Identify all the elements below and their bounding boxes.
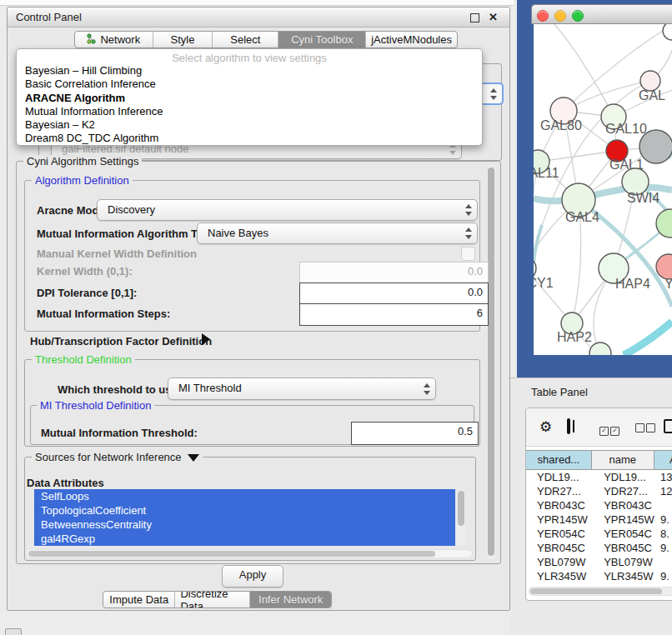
mac-minimize-icon[interactable] — [554, 10, 566, 22]
table-cell: YBL079W — [593, 555, 657, 569]
algorithm-option[interactable]: Bayesian – Hill Climbing — [17, 64, 482, 78]
node-label: Y — [664, 277, 672, 291]
expand-right-icon[interactable] — [202, 333, 210, 345]
column-header[interactable]: A — [654, 451, 672, 469]
algorithm-option[interactable]: Basic Correlation Inference — [17, 78, 482, 91]
tab-cyni-toolbox[interactable]: Cyni Toolbox — [278, 32, 366, 48]
mi-threshold-title: MI Threshold Definition — [37, 399, 154, 412]
apply-button[interactable]: Apply — [222, 565, 283, 588]
table-cell: YBR045C — [593, 541, 657, 555]
table-row[interactable]: YER054CYER054C8. — [526, 527, 672, 541]
columns-icon[interactable] — [567, 418, 570, 434]
table-cell: 8. — [657, 527, 672, 541]
table-hscrollbar[interactable] — [529, 587, 672, 596]
table-cell: YLR345W — [593, 569, 657, 583]
hub-section-label[interactable]: Hub/Transcription Factor Definition — [30, 335, 212, 348]
mi-type-value: Naive Bayes — [208, 227, 268, 239]
table-row[interactable]: YPR145WYPR145W9. — [526, 512, 672, 527]
kernel-width-field: 0.0 — [299, 262, 489, 284]
attributes-vscrollbar[interactable] — [457, 489, 465, 546]
mi-threshold-field[interactable]: 0.5 — [351, 422, 479, 445]
top-strip — [0, 0, 514, 6]
tab-style[interactable]: Style — [153, 32, 213, 48]
table-cell: YPR145W — [593, 512, 657, 527]
network-node[interactable] — [589, 342, 611, 355]
gear-icon[interactable]: ⚙ — [539, 420, 552, 434]
file-icon[interactable] — [664, 419, 672, 433]
which-threshold-value: MI Threshold — [178, 382, 242, 394]
table-row[interactable]: YBR045CYBR045C9. — [526, 541, 672, 555]
table-cell: YER054C — [526, 527, 593, 541]
dpi-tolerance-field[interactable]: 0.0 — [299, 282, 489, 305]
network-node[interactable] — [663, 24, 672, 40]
table-row[interactable]: YBR043CYBR043C — [526, 498, 672, 512]
collapsed-panel-icon[interactable] — [5, 628, 22, 635]
algorithm-option[interactable]: Bayesian – K2 — [17, 118, 482, 132]
tab-network[interactable]: Network — [75, 32, 153, 48]
algorithm-popup-list: Bayesian – Hill ClimbingBasic Correlatio… — [17, 64, 482, 146]
algorithm-option[interactable]: Dream8 DC_TDC Algorithm — [17, 132, 482, 145]
table-row[interactable]: YLR345WYLR345W9. — [526, 569, 672, 583]
node-table: shared...nameA YDL19...YDL19...13YDR27..… — [526, 450, 672, 592]
table-cell: YBR045C — [526, 541, 593, 555]
algorithm-popup-prompt: Select algorithm to view settings — [17, 49, 482, 64]
data-attributes-list: SelfLoopsTopologicalCoefficientBetweenne… — [34, 489, 455, 546]
algorithm-option[interactable]: Mutual Information Inference — [17, 105, 482, 118]
table-cell: YER054C — [593, 527, 657, 541]
tab-impute-data[interactable]: Impute Data — [103, 592, 175, 608]
algorithm-option[interactable]: ARACNE Algorithm — [17, 92, 482, 105]
mi-type-combobox[interactable]: Naive Bayes — [197, 222, 478, 244]
table-row[interactable]: YBL079WYBL079W — [526, 555, 672, 569]
kernel-width-label: Kernel Width (0,1): — [37, 265, 133, 278]
control-panel-titlebar: Control Panel ✕ — [8, 8, 509, 28]
column-header[interactable]: shared... — [526, 451, 592, 469]
attribute-item[interactable]: TopologicalCoefficient — [34, 503, 455, 518]
node-label: HAP2 — [557, 330, 592, 344]
table-cell: 9. — [657, 541, 672, 555]
tab-jactivemnodules[interactable]: jActiveMNodules — [366, 32, 457, 48]
table-panel-card: ⚙ ✓✓ shared...nameA YDL19...YDL19...13YD… — [525, 408, 672, 601]
tab-discretize-data[interactable]: Discretize Data — [175, 592, 250, 608]
attribute-item[interactable]: SelfLoops — [34, 489, 455, 503]
collapse-down-icon[interactable] — [188, 454, 199, 462]
network-window-titlebar[interactable] — [531, 4, 672, 24]
settings-scrollbar[interactable] — [487, 166, 495, 559]
aracne-mode-combobox[interactable]: Discovery — [97, 199, 478, 221]
deselect-all-checkboxes-icon[interactable] — [635, 422, 657, 435]
table-row[interactable]: YDL19...YDL19...13 — [526, 470, 672, 484]
network-edge — [534, 225, 542, 355]
sources-title: Sources for Network Inference — [32, 451, 203, 463]
network-canvas[interactable]: GALGAL80GAL10GAL1GAL11SWI4GAL4GCY1HAP4YH… — [534, 24, 672, 355]
table-header-row: shared...nameA — [526, 450, 672, 470]
mi-steps-field[interactable]: 6 — [299, 303, 489, 326]
float-window-icon[interactable] — [470, 13, 479, 22]
which-threshold-combobox[interactable]: MI Threshold — [168, 378, 436, 400]
manual-kernel-label: Manual Kernel Width Definition — [37, 248, 197, 260]
table-body: YDL19...YDL19...13YDR27...YDR27...12YBR0… — [526, 470, 672, 592]
network-icon — [87, 33, 97, 47]
mac-zoom-icon[interactable] — [572, 10, 584, 22]
close-panel-icon[interactable]: ✕ — [489, 11, 498, 23]
table-cell: 13 — [657, 470, 672, 484]
attribute-item[interactable]: gal4RGexp — [34, 532, 455, 546]
select-all-checkboxes-icon[interactable]: ✓✓ — [599, 422, 621, 436]
table-panel-title: Table Panel — [531, 386, 588, 398]
table-cell: 9. — [657, 512, 672, 527]
tab-infer-network[interactable]: Infer Network — [250, 592, 331, 608]
column-header[interactable]: name — [592, 451, 654, 469]
table-row[interactable]: YDR27...YDR27...12 — [526, 484, 672, 498]
mac-close-icon[interactable] — [537, 10, 549, 22]
table-cell — [657, 498, 672, 512]
table-toolbar: ⚙ ✓✓ — [526, 408, 672, 447]
attributes-hscrollbar[interactable] — [26, 549, 473, 558]
tab-select[interactable]: Select — [213, 32, 278, 48]
attribute-item[interactable]: BetweennessCentrality — [34, 518, 455, 532]
table-cell: YPR145W — [526, 512, 593, 527]
control-panel-tabbar: Network Style Select Cyni Toolbox jActiv… — [74, 31, 458, 48]
table-panel: Table Panel ⚙ ✓✓ shared...nameA YDL19...… — [510, 378, 672, 635]
network-node[interactable] — [656, 254, 672, 279]
manual-kernel-checkbox[interactable] — [461, 247, 475, 261]
bottom-tabbar: Impute Data Discretize Data Infer Networ… — [103, 591, 332, 608]
tab-network-label: Network — [100, 33, 140, 46]
network-node[interactable] — [639, 130, 672, 163]
